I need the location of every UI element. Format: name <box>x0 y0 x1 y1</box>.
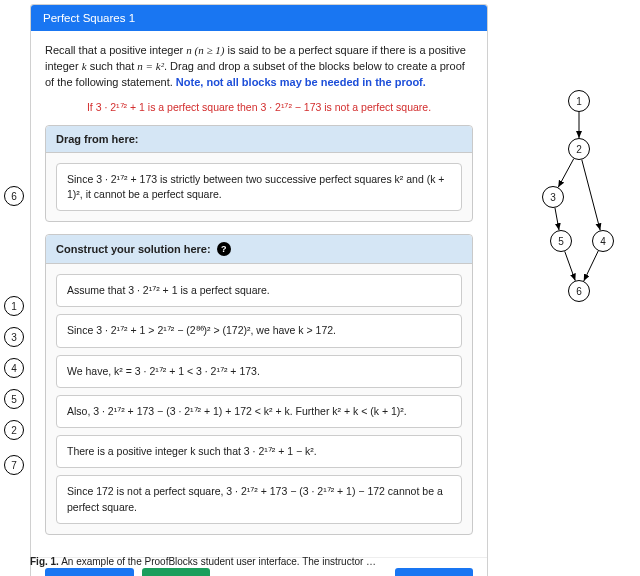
intro-text: such that <box>87 60 138 72</box>
svg-line-4 <box>584 251 598 281</box>
panel-title: Perfect Squares 1 <box>31 5 487 31</box>
graph-node-2: 2 <box>568 138 590 160</box>
instructions: Recall that a positive integer n (n ≥ 1)… <box>45 43 473 91</box>
margin-label-3: 3 <box>4 327 24 347</box>
margin-label-2: 2 <box>4 420 24 440</box>
source-section-title: Drag from here: <box>56 133 139 145</box>
svg-line-3 <box>555 208 559 230</box>
target-dropzone[interactable]: Assume that 3 · 2¹⁷² + 1 is a perfect sq… <box>46 264 472 534</box>
figure-label: Fig. 1. <box>30 556 59 567</box>
panel-body: Recall that a positive integer n (n ≥ 1)… <box>31 31 487 557</box>
dependency-graph: 1 2 3 4 5 6 <box>510 90 630 390</box>
margin-label-7: 7 <box>4 455 24 475</box>
source-section: Drag from here: Since 3 · 2¹⁷² + 173 is … <box>45 125 473 222</box>
proof-block[interactable]: Also, 3 · 2¹⁷² + 173 − (3 · 2¹⁷² + 1) + … <box>56 395 462 428</box>
question-panel: Perfect Squares 1 Recall that a positive… <box>30 4 488 576</box>
margin-labels: 6 1 3 4 5 2 7 <box>0 0 28 576</box>
new-variant-button[interactable]: New variant <box>395 568 473 576</box>
margin-label-6: 6 <box>4 186 24 206</box>
graph-node-1: 1 <box>568 90 590 112</box>
target-section-title: Construct your solution here: <box>56 243 211 255</box>
help-icon[interactable]: ? <box>217 242 231 256</box>
figure-caption: Fig. 1. An example of the ProofBlocks st… <box>30 556 376 567</box>
intro-note: Note, not all blocks may be needed in th… <box>176 76 426 88</box>
intro-math-nk2: n = k² <box>137 60 164 72</box>
svg-line-5 <box>565 251 576 280</box>
target-section-header: Construct your solution here: ? <box>46 235 472 264</box>
proof-block[interactable]: We have, k² = 3 · 2¹⁷² + 1 < 3 · 2¹⁷² + … <box>56 355 462 388</box>
proof-block[interactable]: Since 172 is not a perfect square, 3 · 2… <box>56 475 462 523</box>
graph-node-3: 3 <box>542 186 564 208</box>
proof-block[interactable]: Since 3 · 2¹⁷² + 1 > 2¹⁷² − (2⁸⁶)² > (17… <box>56 314 462 347</box>
figure-text: An example of the ProofBlocks student us… <box>59 556 376 567</box>
proof-block[interactable]: Assume that 3 · 2¹⁷² + 1 is a perfect sq… <box>56 274 462 307</box>
svg-line-1 <box>558 159 574 188</box>
statement-to-prove: If 3 · 2¹⁷² + 1 is a perfect square then… <box>45 101 473 113</box>
margin-label-4: 4 <box>4 358 24 378</box>
source-dropzone[interactable]: Since 3 · 2¹⁷² + 173 is strictly between… <box>46 153 472 221</box>
margin-label-5: 5 <box>4 389 24 409</box>
intro-text: Recall that a positive integer <box>45 44 186 56</box>
proof-block[interactable]: There is a positive integer k such that … <box>56 435 462 468</box>
intro-math-n: n (n ≥ 1) <box>186 44 224 56</box>
graph-node-5: 5 <box>550 230 572 252</box>
proof-block[interactable]: Since 3 · 2¹⁷² + 173 is strictly between… <box>56 163 462 211</box>
margin-label-1: 1 <box>4 296 24 316</box>
spacer <box>218 568 387 576</box>
source-section-header: Drag from here: <box>46 126 472 153</box>
save-only-button[interactable]: Save only <box>142 568 210 576</box>
graph-node-4: 4 <box>592 230 614 252</box>
graph-node-6: 6 <box>568 280 590 302</box>
save-grade-button[interactable]: Save & Grade <box>45 568 134 576</box>
target-section: Construct your solution here: ? Assume t… <box>45 234 473 535</box>
svg-line-2 <box>582 160 600 231</box>
